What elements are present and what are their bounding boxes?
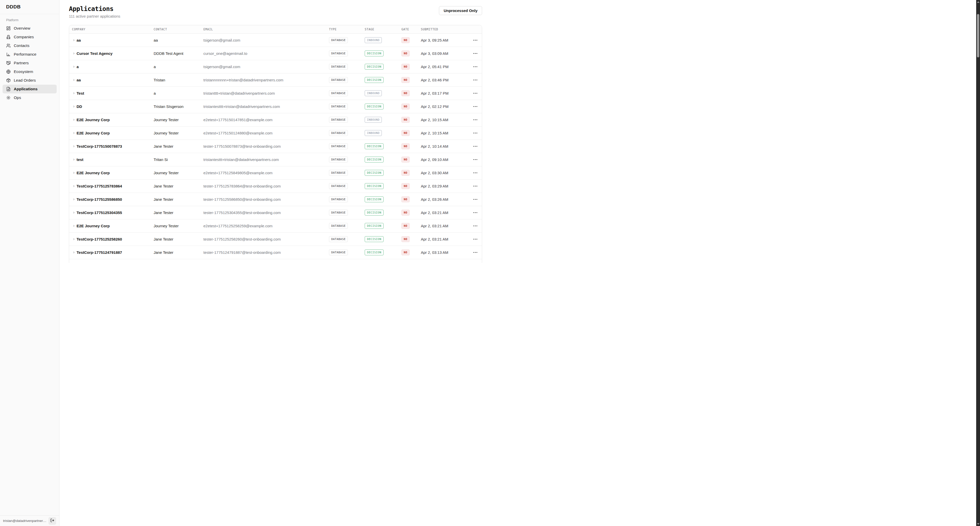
gate-badge: NO	[401, 37, 410, 43]
table-row[interactable]: TestCorp-1775150078873 Jane Tester teste…	[69, 140, 482, 153]
table-row[interactable]: DD Tristan SIsgerson tristantestttt+tris…	[69, 100, 482, 113]
row-actions-ellipsis-icon[interactable]	[473, 224, 478, 228]
chevron-right-icon[interactable]	[73, 65, 75, 68]
sidebar-item-ecosystem[interactable]: Ecosystem	[3, 67, 57, 76]
contact-name: Journey Tester	[154, 224, 204, 228]
gate-badge: NO	[401, 210, 410, 216]
chevron-right-icon[interactable]	[73, 39, 75, 41]
company-name: TestCorp-1775125783864	[76, 184, 122, 188]
type-badge: DATABASE	[329, 64, 348, 70]
sidebar-item-performance[interactable]: Performance	[3, 50, 57, 59]
table-row[interactable]: TestCorp-1775125304355 Jane Tester teste…	[69, 206, 482, 219]
table-row[interactable]: TestCorp-1775125783864 Jane Tester teste…	[69, 180, 482, 193]
sidebar-item-partners[interactable]: Partners	[3, 59, 57, 67]
type-badge: DATABASE	[329, 143, 348, 149]
table-row[interactable]: a a tsigerson@gmail.com DATABASE DECISIO…	[69, 60, 482, 73]
sidebar-item-label: Partners	[14, 61, 29, 65]
row-actions-ellipsis-icon[interactable]	[473, 211, 478, 215]
row-actions-ellipsis-icon[interactable]	[473, 131, 478, 135]
submitted-text: Apr 2, 03:26 AM	[421, 197, 467, 202]
sidebar: DDDB Platform Overview Companies Contact…	[0, 0, 59, 263]
chevron-right-icon[interactable]	[73, 172, 75, 174]
chevron-right-icon[interactable]	[73, 158, 75, 161]
company-name: E2E Journey Corp	[76, 131, 110, 135]
chevron-right-icon[interactable]	[73, 238, 75, 240]
row-actions-ellipsis-icon[interactable]	[473, 197, 478, 202]
email-text: e2etest+1775125258259@example.com	[204, 224, 329, 228]
table-row[interactable]: E2E Journey Corp Journey Tester e2etest+…	[69, 166, 482, 180]
company-name: TestCorp-1775124791887	[76, 250, 122, 254]
row-actions-ellipsis-icon[interactable]	[473, 91, 478, 95]
gate-badge: NO	[401, 90, 410, 96]
email-text: tristantesttt+tristan@datadrivenpartners…	[204, 157, 329, 162]
table-row[interactable]: TestCorp-1775124791887 Jane Tester teste…	[69, 246, 482, 259]
chevron-right-icon[interactable]	[73, 105, 75, 108]
row-actions-ellipsis-icon[interactable]	[473, 65, 478, 69]
chevron-right-icon[interactable]	[73, 79, 75, 81]
row-actions-ellipsis-icon[interactable]	[473, 118, 478, 122]
table-row[interactable]: E2E Journey Corp Journey Tester e2etest+…	[69, 127, 482, 140]
table-row[interactable]: TestCorp-1775125258260 Jane Tester teste…	[69, 233, 482, 246]
table-row[interactable]: test Tritan Si tristantesttt+tristan@dat…	[69, 153, 482, 166]
row-actions-ellipsis-icon[interactable]	[473, 105, 478, 109]
table-row[interactable]: aa aa tsigerson@gmail.com DATABASE INBOU…	[69, 34, 482, 47]
building-icon	[6, 35, 11, 39]
table-row[interactable]: TestCorp-1775125586850 Jane Tester teste…	[69, 193, 482, 206]
globe-icon	[6, 69, 11, 74]
email-text: tristannnnnnn+tristan@datadrivenpartners…	[204, 78, 329, 82]
submitted-text: Apr 2, 09:10 AM	[421, 157, 467, 162]
column-header-submitted: SUBMITTED	[421, 27, 467, 31]
sidebar-item-contacts[interactable]: Contacts	[3, 41, 57, 50]
type-badge: DATABASE	[329, 183, 348, 189]
table-row[interactable]: Test a tristantttt+tristan@datadrivenpar…	[69, 87, 482, 100]
company-name: test	[76, 157, 83, 162]
chevron-right-icon[interactable]	[73, 224, 75, 227]
row-actions-ellipsis-icon[interactable]	[473, 38, 478, 42]
row-actions-ellipsis-icon[interactable]	[473, 51, 478, 56]
contact-name: Jane Tester	[154, 210, 204, 215]
sidebar-item-label: Applications	[14, 87, 38, 91]
email-text: tester-1775125304355@test-onboarding.com	[204, 210, 329, 215]
chevron-right-icon[interactable]	[73, 145, 75, 148]
row-actions-ellipsis-icon[interactable]	[473, 171, 478, 175]
submitted-text: Apr 2, 03:21 AM	[421, 237, 467, 241]
chevron-right-icon[interactable]	[73, 198, 75, 201]
row-actions-ellipsis-icon[interactable]	[473, 184, 478, 188]
sidebar-item-label: Performance	[14, 52, 37, 57]
row-actions-ellipsis-icon[interactable]	[473, 251, 478, 254]
table-row[interactable]: E2E Journey Corp Journey Tester e2etest+…	[69, 113, 482, 127]
chevron-right-icon[interactable]	[73, 132, 75, 134]
bar-chart-icon	[6, 52, 11, 57]
chevron-right-icon[interactable]	[73, 185, 75, 188]
unprocessed-only-button[interactable]: Unprocessed Only	[439, 6, 482, 15]
email-text: tristantestttt+tristan@datadrivenpartner…	[204, 104, 329, 109]
sidebar-item-lead-orders[interactable]: Lead Orders	[3, 76, 57, 85]
stage-badge: DECISION	[365, 183, 383, 189]
row-actions-ellipsis-icon[interactable]	[473, 78, 478, 82]
row-actions-ellipsis-icon[interactable]	[473, 157, 478, 162]
chevron-right-icon[interactable]	[73, 251, 75, 254]
table-row[interactable]: E2E Journey Corp Journey Tester e2etest+…	[69, 219, 482, 233]
sidebar-item-applications[interactable]: Applications	[3, 85, 57, 93]
gate-badge: NO	[401, 77, 410, 83]
gate-badge: NO	[401, 130, 410, 136]
file-text-icon	[6, 87, 11, 91]
email-text: tester-1775125586850@test-onboarding.com	[204, 197, 329, 202]
table-row[interactable]: aa Tristan tristannnnnnn+tristan@datadri…	[69, 73, 482, 87]
row-actions-ellipsis-icon[interactable]	[473, 237, 478, 241]
table-row[interactable]: Cursor Test Agency DDDB Test Agent curso…	[69, 47, 482, 60]
type-badge: DATABASE	[329, 196, 348, 202]
row-actions-ellipsis-icon[interactable]	[473, 145, 478, 148]
sidebar-item-label: Contacts	[14, 43, 29, 48]
gate-badge: NO	[401, 223, 410, 229]
chevron-right-icon[interactable]	[73, 211, 75, 214]
sidebar-item-overview[interactable]: Overview	[3, 24, 57, 33]
chevron-right-icon[interactable]	[73, 118, 75, 121]
sidebar-item-companies[interactable]: Companies	[3, 33, 57, 41]
submitted-text: Apr 2, 10:15 AM	[421, 131, 467, 135]
chevron-right-icon[interactable]	[73, 92, 75, 95]
chevron-right-icon[interactable]	[73, 52, 75, 55]
sidebar-item-ops[interactable]: Ops	[3, 93, 57, 102]
contact-name: Jane Tester	[154, 184, 204, 188]
type-badge: DATABASE	[329, 157, 348, 162]
